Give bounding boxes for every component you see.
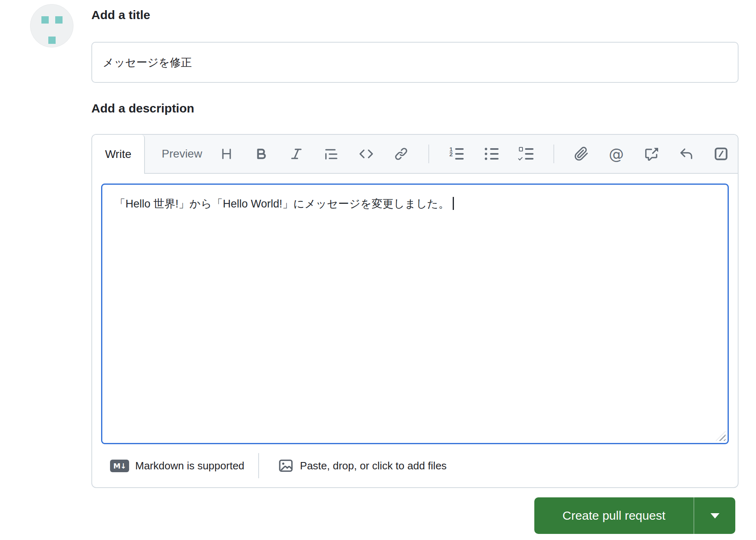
image-icon [278, 458, 294, 474]
code-icon[interactable] [359, 146, 374, 162]
tab-write[interactable]: Write [92, 135, 145, 174]
markdown-supported-link[interactable]: M↓ Markdown is supported [110, 460, 244, 472]
toolbar-divider [428, 145, 429, 163]
editor-footer: M↓ Markdown is supported Paste, drop, or… [92, 444, 738, 487]
create-pull-request-button[interactable]: Create pull request [534, 497, 693, 534]
quote-icon[interactable] [324, 146, 339, 162]
markdown-editor: Write Preview 1 [91, 134, 739, 488]
saved-reply-icon[interactable] [678, 146, 694, 162]
create-pull-request-split-button: Create pull request [534, 497, 735, 534]
heading-icon[interactable] [219, 146, 234, 162]
attach-file-icon[interactable] [574, 146, 589, 162]
link-icon[interactable] [393, 146, 409, 162]
slash-commands-icon[interactable] [713, 146, 729, 162]
editor-header: Write Preview 1 [92, 135, 738, 174]
bullet-list-icon[interactable] [484, 146, 499, 162]
identicon-square [55, 16, 63, 24]
mention-icon[interactable]: @ [609, 146, 624, 162]
cross-reference-icon[interactable] [644, 146, 659, 162]
resize-handle[interactable] [716, 431, 726, 441]
numbered-list-icon[interactable]: 1 2 [449, 146, 464, 162]
identicon-square [41, 16, 49, 24]
bold-icon[interactable] [254, 146, 269, 162]
title-input[interactable] [91, 42, 739, 83]
add-description-label: Add a description [91, 102, 194, 115]
user-avatar [30, 4, 73, 48]
create-pull-request-dropdown[interactable] [694, 497, 735, 534]
footer-divider [258, 453, 259, 478]
description-text: 「Hello 世界!」から「Hello World!」にメッセージを変更しました… [114, 198, 449, 210]
italic-icon[interactable] [289, 146, 304, 162]
attach-files-label: Paste, drop, or click to add files [300, 460, 447, 472]
markdown-icon: M↓ [110, 460, 129, 472]
editor-body: 「Hello 世界!」から「Hello World!」にメッセージを変更しました… [92, 174, 738, 444]
chevron-down-icon [711, 513, 719, 518]
attach-files-area[interactable]: Paste, drop, or click to add files [278, 458, 447, 474]
identicon-square [48, 37, 56, 44]
tab-preview[interactable]: Preview [145, 135, 219, 173]
description-textarea[interactable]: 「Hello 世界!」から「Hello World!」にメッセージを変更しました… [101, 184, 729, 444]
task-list-icon[interactable] [518, 146, 534, 162]
toolbar-divider [553, 145, 554, 163]
add-title-label: Add a title [91, 8, 150, 22]
text-cursor [453, 197, 454, 210]
formatting-toolbar: 1 2 [219, 135, 738, 173]
markdown-supported-label: Markdown is supported [135, 460, 244, 472]
